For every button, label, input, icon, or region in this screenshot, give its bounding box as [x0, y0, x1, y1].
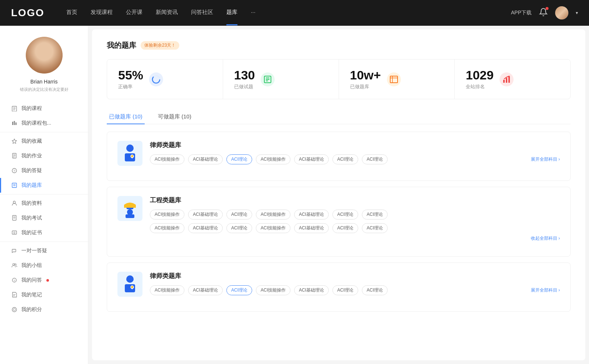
- notification-bell[interactable]: [539, 8, 548, 18]
- qbank-label: 我的题库: [21, 182, 42, 189]
- eng-tag-6[interactable]: ACI理论: [332, 210, 358, 220]
- law2-tag-2[interactable]: ACI基础理论: [188, 285, 223, 295]
- svg-rect-5: [14, 121, 15, 125]
- nav-qbank[interactable]: 题库: [226, 9, 237, 17]
- stat-done-label: 已做试题: [234, 83, 255, 90]
- eng-tag-9[interactable]: ACI基础理论: [188, 223, 223, 233]
- qbank-section-engineer: 工程类题库 ACI技能操作 ACI基础理论 ACI理论 ACI技能操作 ACI基…: [107, 187, 571, 257]
- answers-notification-dot: [46, 279, 49, 282]
- sidebar-item-groups[interactable]: 我的小组: [0, 258, 88, 273]
- sidebar-item-certs[interactable]: 我的证书: [0, 225, 88, 240]
- eng-tag-4[interactable]: ACI技能操作: [256, 210, 290, 220]
- eng-tag-14[interactable]: ACI理论: [362, 223, 388, 233]
- law2-tag-7[interactable]: ACI理论: [362, 285, 388, 295]
- nav-news[interactable]: 新闻资讯: [156, 9, 178, 17]
- nav-qa[interactable]: 问答社区: [191, 9, 213, 17]
- eng-tag-7[interactable]: ACI理论: [362, 210, 388, 220]
- qbank-header-engineer: 工程类题库 ACI技能操作 ACI基础理论 ACI理论 ACI技能操作 ACI基…: [117, 196, 560, 242]
- bell-badge: [546, 7, 549, 10]
- sidebar-avatar: [26, 37, 63, 74]
- tag-2[interactable]: ACI基础理论: [188, 154, 223, 164]
- svg-point-17: [13, 201, 15, 203]
- sidebar-item-favorites[interactable]: 我的收藏: [0, 134, 88, 149]
- tag-1[interactable]: ACI技能操作: [150, 154, 184, 164]
- page-body: Brian Harris 错误的决定比没有决定要好 我的课程: [0, 26, 589, 364]
- stat-banks-icon: [387, 72, 401, 86]
- sidebar-item-my-answers[interactable]: ? 我的问答: [0, 273, 88, 288]
- sidebar-item-profile[interactable]: 我的资料: [0, 196, 88, 211]
- certs-label: 我的证书: [21, 229, 42, 236]
- stat-accuracy: 55% 正确率: [107, 60, 223, 99]
- qbank-avatar-lawyer-2: [117, 272, 142, 297]
- tag-4[interactable]: ACI技能操作: [256, 154, 290, 164]
- qbank-tags-engineer-row2: ACI技能操作 ACI基础理论 ACI理论 ACI技能操作 ACI基础理论 AC…: [150, 223, 560, 233]
- tab-todo-banks[interactable]: 可做题库 (10): [156, 110, 194, 124]
- groups-label: 我的小组: [21, 262, 42, 269]
- logo[interactable]: LOGO: [11, 7, 44, 19]
- my-answers-label: 我的问答: [21, 277, 42, 283]
- sidebar-item-exams[interactable]: 我的考试: [0, 211, 88, 225]
- sidebar-item-homework[interactable]: 我的作业: [0, 149, 88, 163]
- stats-row: 55% 正确率 130 已做试题: [107, 59, 571, 99]
- sidebar-item-one-on-one[interactable]: 一对一答疑: [0, 243, 88, 258]
- sidebar-item-points[interactable]: 我的积分: [0, 302, 88, 317]
- homework-icon: [11, 153, 18, 159]
- svg-text:?: ?: [13, 169, 15, 173]
- expand-link-lawyer-1[interactable]: 展开全部科目 ›: [531, 156, 560, 163]
- svg-rect-4: [12, 122, 13, 125]
- eng-tag-10[interactable]: ACI理论: [226, 223, 252, 233]
- sidebar-item-notes[interactable]: 我的笔记: [0, 288, 88, 302]
- qbank-header-lawyer-1: 律师类题库 ACI技能操作 ACI基础理论 ACI理论 ACI技能操作 ACI基…: [117, 141, 560, 166]
- groups-icon: [11, 262, 18, 269]
- svg-rect-41: [506, 78, 507, 83]
- svg-rect-14: [12, 183, 17, 188]
- qbank-icon: [11, 182, 18, 189]
- qbank-tags-engineer-row1: ACI技能操作 ACI基础理论 ACI理论 ACI技能操作 ACI基础理论 AC…: [150, 210, 560, 220]
- certs-icon: [11, 229, 18, 236]
- law2-tag-4[interactable]: ACI技能操作: [256, 285, 290, 295]
- sidebar-username: Brian Harris: [31, 79, 58, 85]
- sidebar-menu: 我的课程 我的课程包... 我的收: [0, 101, 88, 317]
- nav-dropdown-icon[interactable]: ▾: [576, 10, 578, 15]
- tag-5[interactable]: ACI基础理论: [294, 154, 329, 164]
- nav-home[interactable]: 首页: [66, 9, 77, 17]
- eng-tag-3[interactable]: ACI理论: [226, 210, 252, 220]
- law2-tag-5[interactable]: ACI基础理论: [294, 285, 329, 295]
- expand-link-lawyer-2[interactable]: 展开全部科目 ›: [531, 287, 560, 293]
- user-avatar-nav[interactable]: [555, 6, 568, 19]
- nav-discover[interactable]: 发现课程: [91, 9, 113, 17]
- stat-banks-label: 已做题库: [350, 83, 381, 90]
- law2-tag-1[interactable]: ACI技能操作: [150, 285, 184, 295]
- svg-rect-50: [125, 284, 135, 292]
- sidebar-item-course-packs[interactable]: 我的课程包...: [0, 116, 88, 131]
- stat-accuracy-info: 55% 正确率: [118, 68, 143, 90]
- law2-tag-6[interactable]: ACI理论: [332, 285, 358, 295]
- tag-3[interactable]: ACI理论: [226, 154, 252, 164]
- page-header: 我的题库 体验剩余23天！: [107, 40, 571, 50]
- app-download-link[interactable]: APP下载: [511, 10, 532, 16]
- collapse-link-engineer[interactable]: 收起全部科目 ›: [150, 235, 560, 242]
- eng-tag-13[interactable]: ACI理论: [332, 223, 358, 233]
- sidebar-item-qa[interactable]: ? 我的答疑: [0, 163, 88, 178]
- nav-more[interactable]: ···: [251, 9, 255, 17]
- eng-tag-5[interactable]: ACI基础理论: [294, 210, 329, 220]
- tag-6[interactable]: ACI理论: [332, 154, 358, 164]
- points-icon: [11, 306, 18, 313]
- eng-tag-1[interactable]: ACI技能操作: [150, 210, 184, 220]
- svg-point-49: [126, 275, 134, 283]
- exams-icon: [11, 215, 18, 221]
- eng-tag-8[interactable]: ACI技能操作: [150, 223, 184, 233]
- sidebar-item-courses[interactable]: 我的课程: [0, 101, 88, 116]
- tag-7[interactable]: ACI理论: [362, 154, 388, 164]
- eng-tag-2[interactable]: ACI基础理论: [188, 210, 223, 220]
- tab-done-banks[interactable]: 已做题库 (10): [107, 110, 145, 124]
- nav-open-course[interactable]: 公开课: [126, 9, 142, 17]
- law2-tag-3[interactable]: ACI理论: [226, 285, 252, 295]
- eng-tag-11[interactable]: ACI技能操作: [256, 223, 290, 233]
- eng-tag-12[interactable]: ACI基础理论: [294, 223, 329, 233]
- qbank-info-lawyer-2: 律师类题库 ACI技能操作 ACI基础理论 ACI理论 ACI技能操作 ACI基…: [150, 272, 560, 295]
- stat-rank-label: 全站排名: [466, 83, 494, 90]
- qbank-info-engineer: 工程类题库 ACI技能操作 ACI基础理论 ACI理论 ACI技能操作 ACI基…: [150, 196, 560, 242]
- qa-label: 我的答疑: [21, 167, 42, 174]
- sidebar-item-qbank[interactable]: 我的题库: [0, 178, 88, 193]
